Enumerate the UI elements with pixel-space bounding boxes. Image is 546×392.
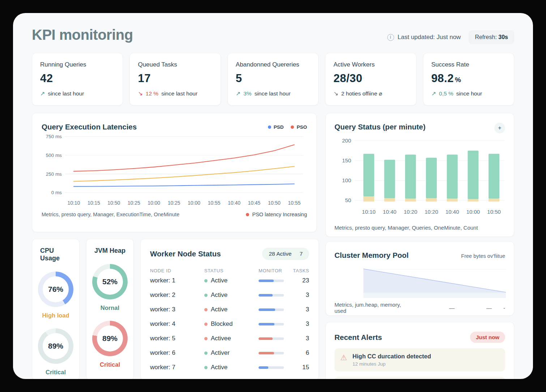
worker-node-id: worker: 1: [150, 277, 204, 284]
pso-dot-icon: [246, 213, 249, 216]
last-updated-text: Last updated: Just now: [398, 34, 461, 41]
latency-legend: PSDPSO: [268, 124, 307, 130]
query-status-card: Query Status (per minute) + 200150100501…: [325, 113, 514, 237]
monitor-bar: [259, 337, 284, 340]
badge-count: 7: [299, 251, 303, 257]
bar-upper: [426, 158, 437, 198]
svg-text:10:55: 10:55: [288, 200, 300, 206]
worker-table-title: Worker Node Status: [150, 250, 221, 258]
latency-annotation-text: PSO latency Increasing: [252, 212, 307, 217]
alert-title: High CC durcation detected: [353, 353, 431, 360]
donut-value: 89%: [97, 325, 123, 351]
svg-text:10:20: 10:20: [425, 209, 438, 215]
kpi-row: Running Queries42↗since last hourQueued …: [32, 53, 514, 106]
badge-active-count: 28 Active: [269, 251, 291, 257]
status-text: Activee: [211, 335, 231, 342]
add-metric-button[interactable]: +: [494, 123, 505, 133]
worker-node-id: worker: 7: [150, 364, 204, 371]
worker-node-id: worker: 2: [150, 291, 204, 299]
worker-node-id: worker: 3: [150, 306, 204, 313]
donut-label: Critical: [38, 369, 73, 376]
monitor-bar: [259, 280, 284, 282]
svg-text:10:25: 10:25: [128, 200, 140, 206]
kpi-delta-text: since last hour: [48, 90, 84, 97]
legend-item-psd[interactable]: PSD: [268, 124, 284, 130]
bar-upper: [363, 154, 374, 196]
worker-status: Activee: [204, 335, 259, 342]
donut-gauge: 89%: [92, 321, 128, 356]
svg-text:150: 150: [342, 157, 351, 163]
kpi-card: Abandonned Quereries5↗3%since last hour: [227, 53, 319, 106]
page-title: KPI monitoring: [32, 27, 133, 43]
col-status: STATUS: [204, 268, 259, 273]
worker-tasks: 3: [284, 291, 309, 299]
svg-text:100: 100: [342, 177, 351, 183]
donut-gauge: 52%: [92, 264, 128, 299]
trend-arrow-icon: ↗: [431, 90, 436, 97]
trend-arrow-icon: ↘: [138, 90, 142, 97]
kpi-title: Queued Tasks: [138, 61, 212, 68]
jvm-heap-card: JVM Heap 52%Nornal89%Critical: [86, 239, 134, 379]
kpi-delta: ↘2 hoties offiine ⌀: [333, 90, 408, 97]
status-dot-icon: [204, 279, 208, 282]
recent-alerts-card: Recent Alerts Just now ⚠High CC durcatio…: [325, 322, 514, 379]
dash: -: [503, 305, 505, 311]
donut-value: 52%: [97, 269, 123, 295]
bar-lower: [489, 199, 499, 202]
svg-text:750 ms: 750 ms: [46, 134, 62, 139]
worker-status: Active: [204, 291, 259, 299]
memory-metric-row: Metrics, jum.heap, memory, used — — -: [334, 302, 505, 314]
latency-annotation: PSO latency Increasing: [246, 212, 307, 217]
status-dot-icon: [204, 308, 208, 311]
status-dot-icon: [204, 366, 208, 369]
svg-text:10:45: 10:45: [248, 200, 260, 206]
svg-text:200: 200: [342, 137, 351, 144]
cpu-usage-title: CPU Usage: [38, 247, 73, 262]
latency-card: Query Execution Latencies PSDPSO 750 ms5…: [32, 113, 317, 232]
table-row: worker: 6Activer6: [150, 346, 309, 360]
kpi-unit: %: [455, 76, 461, 84]
table-row: worker: 4Blocked3: [150, 317, 309, 331]
refresh-button[interactable]: Refresh: 30s: [469, 30, 514, 44]
monitor-bar-fill: [259, 308, 275, 311]
alert-item: ⚠Worker: 4 memory usage above 80%18 miiq…: [334, 377, 505, 379]
svg-text:250 ms: 250 ms: [46, 171, 62, 177]
bar-upper: [384, 160, 395, 199]
kpi-value: 42: [40, 72, 115, 85]
dash: —: [449, 305, 455, 311]
donut-gauge: 76%: [38, 272, 73, 307]
kpi-title: Running Queries: [40, 61, 115, 68]
latency-line-chart: 750 ms500 ms250 ms0 ms10:1010:1510:5010:…: [42, 131, 308, 208]
svg-text:10:00: 10:00: [148, 200, 160, 206]
warning-triangle-icon: ⚠: [340, 353, 347, 367]
memory-area-chart: [363, 263, 506, 299]
svg-text:10:10: 10:10: [67, 200, 80, 206]
kpi-delta: ↗3%since last hour: [236, 90, 310, 97]
svg-text:10:15: 10:15: [88, 200, 100, 206]
status-dot-icon: [204, 351, 208, 355]
table-row: worker: 5Activee3: [150, 331, 309, 346]
bar-upper: [489, 154, 499, 199]
refresh-label: Refresh:: [475, 34, 496, 40]
kpi-value: 17: [138, 72, 212, 85]
worker-node-id: worker: 4: [150, 320, 204, 328]
legend-label: PSD: [274, 124, 284, 130]
header: KPI monitoring i Last updated: Just now …: [32, 27, 514, 44]
svg-text:10:00: 10:00: [466, 209, 480, 215]
dash: —: [486, 305, 492, 311]
svg-text:500 ms: 500 ms: [46, 153, 62, 158]
col-tasks: TASKS: [284, 268, 309, 273]
kpi-title: Abandonned Quereries: [236, 61, 310, 68]
worker-tasks: 3: [284, 335, 309, 342]
svg-text:50: 50: [345, 197, 351, 203]
kpi-title: Success Rate: [431, 61, 506, 68]
kpi-delta-text: since hour: [456, 90, 482, 97]
info-icon[interactable]: i: [387, 34, 394, 41]
donut-gauge: 89%: [38, 328, 73, 364]
active-workers-badge: 28 Active 7: [262, 248, 309, 260]
svg-text:10:50: 10:50: [268, 200, 281, 206]
last-updated: i Last updated: Just now: [387, 34, 461, 41]
legend-item-pso[interactable]: PSO: [291, 124, 307, 130]
kpi-card: Running Queries42↗since last hour: [32, 53, 123, 106]
monitor-bar-fill: [259, 337, 273, 340]
